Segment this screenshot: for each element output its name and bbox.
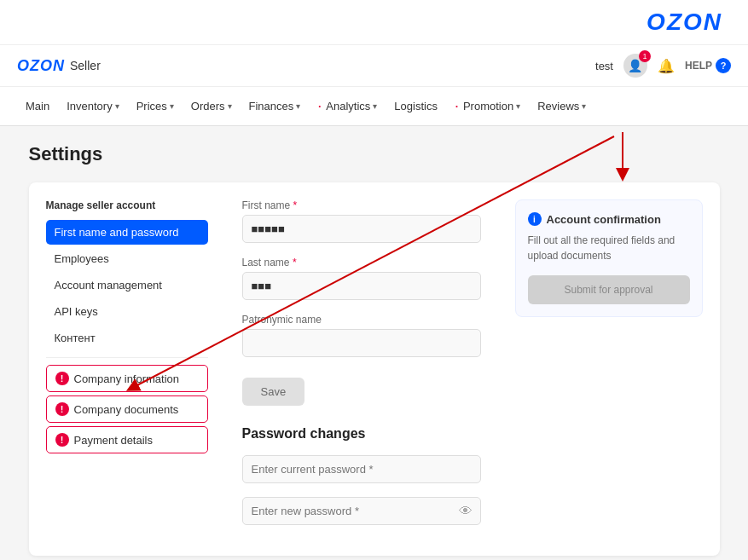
info-icon: i	[528, 212, 542, 226]
nav-item-main[interactable]: Main	[17, 89, 58, 123]
patronymic-group: Patronymic name	[242, 314, 481, 357]
sidebar-item-payment-details[interactable]: ! Payment details	[46, 426, 208, 453]
password-section-title: Password changes	[242, 426, 481, 442]
sidebar-item-label: Account management	[55, 279, 162, 292]
confirmation-card: i Account confirmation Fill out all the …	[515, 199, 703, 317]
new-password-group: 👁	[242, 497, 481, 525]
error-icon: !	[55, 372, 69, 385]
ozon-logo: OZON	[17, 57, 65, 75]
chevron-icon: ▾	[228, 101, 232, 111]
main-form: First name * Last name * Patronymic name…	[225, 199, 498, 539]
confirmation-title: i Account confirmation	[528, 212, 690, 226]
patronymic-label: Patronymic name	[242, 314, 481, 326]
nav-item-logistics[interactable]: Logistics	[386, 89, 446, 123]
current-password-input[interactable]	[242, 455, 481, 483]
settings-layout: Manage seller account First name and pas…	[29, 182, 720, 556]
chevron-icon: ▾	[373, 101, 377, 111]
sidebar-item-employees[interactable]: Employees	[46, 246, 208, 271]
help-section[interactable]: HELP ?	[685, 58, 731, 73]
sidebar-item-label: Employees	[55, 252, 109, 265]
seller-text: Seller	[70, 59, 101, 72]
required-star: *	[293, 257, 297, 268]
header-right: test 👤 1 🔔 HELP ?	[595, 54, 731, 78]
nav-item-finances[interactable]: Finances ▾	[241, 89, 310, 123]
sidebar-section-title: Manage seller account	[46, 199, 208, 211]
sidebar-item-content[interactable]: Контент	[46, 326, 208, 350]
top-bar: OZON	[0, 0, 748, 45]
sidebar-item-label: API keys	[55, 305, 98, 318]
sidebar: Manage seller account First name and pas…	[46, 199, 208, 539]
password-visibility-toggle[interactable]: 👁	[459, 504, 473, 519]
submit-approval-button[interactable]: Submit for approval	[528, 275, 690, 304]
nav-item-orders[interactable]: Orders ▾	[183, 89, 241, 123]
error-icon: !	[55, 402, 69, 416]
new-password-wrapper: 👁	[242, 497, 481, 525]
help-label: HELP	[685, 60, 712, 72]
header-left: OZON Seller	[17, 57, 101, 75]
notification-badge: 1	[639, 50, 651, 62]
sidebar-item-label: Контент	[55, 332, 96, 344]
required-star: *	[293, 199, 298, 211]
nav-item-reviews[interactable]: Reviews ▾	[529, 89, 594, 123]
sidebar-item-label: Company information	[74, 372, 180, 385]
header: OZON Seller test 👤 1 🔔 HELP ?	[0, 45, 748, 87]
ozon-logo-top: OZON	[647, 9, 722, 36]
confirmation-description: Fill out all the required fields and upl…	[528, 233, 690, 263]
nav-bar: Main Inventory ▾ Prices ▾ Orders ▾ Finan…	[0, 87, 748, 126]
sidebar-item-account-management[interactable]: Account management	[46, 273, 208, 297]
last-name-input[interactable]	[242, 272, 481, 300]
password-section: Password changes 👁	[242, 426, 481, 525]
chevron-icon: ▾	[296, 101, 300, 111]
nav-item-promotion[interactable]: Promotion ▾	[446, 87, 529, 125]
first-name-group: First name *	[242, 199, 481, 243]
current-password-wrapper	[242, 455, 481, 483]
sidebar-item-api-keys[interactable]: API keys	[46, 299, 208, 324]
bell-icon[interactable]: 🔔	[658, 58, 675, 74]
current-password-group	[242, 455, 481, 483]
chevron-icon: ▾	[582, 101, 586, 111]
right-panel: i Account confirmation Fill out all the …	[515, 199, 703, 539]
sidebar-item-company-docs[interactable]: ! Company documents	[46, 395, 208, 423]
sidebar-item-label: Company documents	[74, 403, 179, 416]
page-title: Settings	[29, 143, 720, 165]
sidebar-divider	[46, 357, 208, 358]
error-icon: !	[55, 433, 69, 447]
nav-item-inventory[interactable]: Inventory ▾	[58, 89, 127, 123]
page-content: Settings Manage seller account First nam…	[8, 126, 741, 560]
chevron-icon: ▾	[170, 101, 174, 111]
patronymic-input[interactable]	[242, 329, 481, 357]
new-password-input[interactable]	[242, 497, 481, 525]
sidebar-item-label: First name and password	[55, 226, 179, 239]
save-button[interactable]: Save	[242, 378, 305, 406]
last-name-group: Last name *	[242, 257, 481, 300]
user-icon-wrapper[interactable]: 👤 1	[623, 54, 647, 78]
chevron-icon: ▾	[115, 101, 119, 111]
first-name-input[interactable]	[242, 215, 481, 243]
chevron-icon: ▾	[516, 101, 520, 111]
nav-item-prices[interactable]: Prices ▾	[128, 89, 183, 123]
nav-item-analytics[interactable]: Analytics ▾	[309, 87, 386, 125]
last-name-label: Last name *	[242, 257, 481, 268]
first-name-label: First name *	[242, 199, 481, 211]
sidebar-item-company-info[interactable]: ! Company information	[46, 365, 208, 392]
sidebar-item-first-name[interactable]: First name and password	[46, 220, 208, 245]
user-name: test	[595, 60, 613, 72]
sidebar-item-label: Payment details	[74, 434, 154, 447]
help-icon[interactable]: ?	[716, 58, 731, 73]
